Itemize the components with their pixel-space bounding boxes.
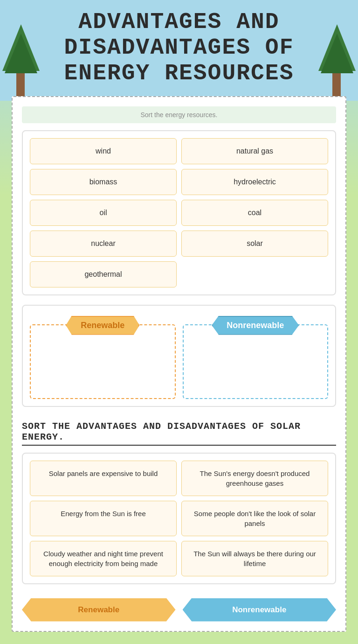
- category-row: Renewable Nonrenewable: [30, 313, 328, 399]
- header: ADVANTAGES ANDDISADVANTAGES OFENERGY RES…: [0, 0, 358, 101]
- solar-cards-grid: Solar panels are expensive to build The …: [22, 453, 336, 584]
- word-card-natural-gas[interactable]: natural gas: [181, 138, 328, 164]
- solar-section-title: SORT THE ADVANTAGES AND DISADVANTAGES OF…: [22, 421, 336, 442]
- svg-rect-3: [332, 71, 341, 99]
- nonrenewable-drop-zone[interactable]: Nonrenewable: [183, 324, 329, 399]
- section-divider: [22, 445, 336, 446]
- nonrenewable-banner: Nonrenewable: [212, 316, 299, 335]
- renewable-banner: Renewable: [66, 316, 139, 335]
- word-bank: wind natural gas biomass hydroelectric o…: [22, 130, 336, 295]
- solar-card-always[interactable]: The Sun will always be there during our …: [181, 541, 328, 576]
- page-wrapper: ADVANTAGES ANDDISADVANTAGES OFENERGY RES…: [0, 0, 358, 644]
- word-card-hydroelectric[interactable]: hydroelectric: [181, 169, 328, 195]
- sort-instruction-label: Sort the energy resources.: [22, 106, 336, 123]
- solar-section: SORT THE ADVANTAGES AND DISADVANTAGES OF…: [22, 421, 336, 584]
- category-drop-section: Renewable Nonrenewable: [22, 305, 336, 407]
- bottom-renewable-banner[interactable]: Renewable: [22, 598, 176, 622]
- bottom-category-row: Renewable Nonrenewable: [22, 598, 336, 622]
- solar-card-cloudy[interactable]: Cloudy weather and night time prevent en…: [30, 541, 177, 576]
- solar-card-greenhouse[interactable]: The Sun's energy doesn't produced greenh…: [181, 461, 328, 496]
- solar-card-free[interactable]: Energy from the Sun is free: [30, 501, 177, 536]
- solar-card-expensive[interactable]: Solar panels are expensive to build: [30, 461, 177, 496]
- main-content-card: Sort the energy resources. wind natural …: [12, 96, 346, 632]
- word-card-solar[interactable]: solar: [181, 231, 328, 257]
- tree-left-decoration: [0, 20, 42, 101]
- renewable-drop-zone[interactable]: Renewable: [30, 324, 176, 399]
- bottom-nonrenewable-banner[interactable]: Nonrenewable: [183, 598, 337, 622]
- word-card-wind[interactable]: wind: [30, 138, 177, 164]
- svg-rect-0: [16, 71, 25, 99]
- word-card-oil[interactable]: oil: [30, 200, 177, 226]
- word-card-coal[interactable]: coal: [181, 200, 328, 226]
- word-card-nuclear[interactable]: nuclear: [30, 231, 177, 257]
- page-title: ADVANTAGES ANDDISADVANTAGES OFENERGY RES…: [64, 9, 294, 87]
- word-card-geothermal[interactable]: geothermal: [30, 261, 177, 287]
- solar-card-look[interactable]: Some people don't like the look of solar…: [181, 501, 328, 536]
- word-card-biomass[interactable]: biomass: [30, 169, 177, 195]
- tree-right-decoration: [316, 20, 358, 101]
